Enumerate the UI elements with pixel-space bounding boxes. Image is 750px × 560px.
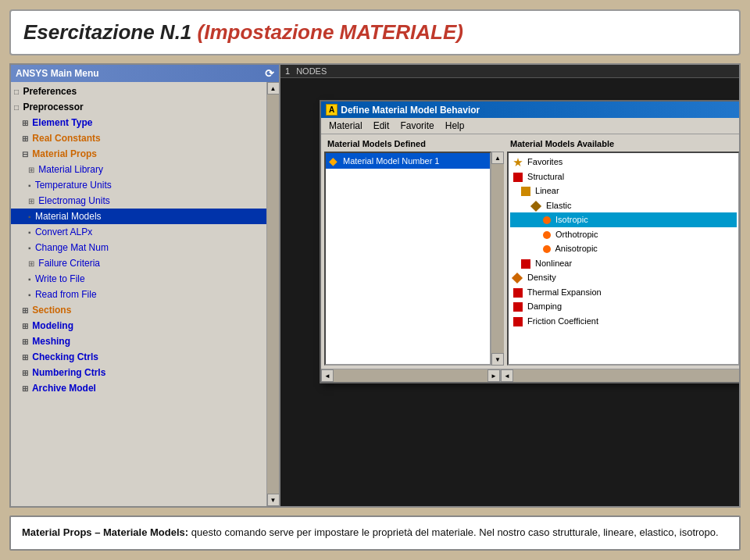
defined-vscrollbar[interactable]: ▲ ▼ — [491, 152, 504, 366]
defined-label: Material Models Defined — [324, 137, 504, 150]
title-bold: Esercitazione N.1 — [23, 20, 191, 44]
menu-item-change-mat-num[interactable]: ▪ Change Mat Num — [11, 240, 266, 255]
avail-item-isotropic[interactable]: Isotropic — [510, 212, 737, 227]
elastic-icon — [530, 201, 541, 212]
density-icon — [512, 273, 523, 284]
menu-item-real-constants[interactable]: ⊞ Real Constants — [11, 130, 266, 146]
scroll-down-button[interactable]: ▼ — [267, 494, 280, 506]
structural-icon — [513, 173, 523, 182]
viewport-number: 1 — [285, 66, 290, 76]
dialog-content: Material Models Defined ◆ Material Model… — [321, 134, 739, 369]
avail-item-structural[interactable]: Structural — [510, 169, 737, 184]
menu-item-archive-model[interactable]: ⊞ Archive Model — [11, 380, 266, 396]
avail-item-anisotropic[interactable]: Anisotropic — [510, 241, 737, 256]
dialog-hscrollbar-area: ◄ ► ◄ ► — [321, 369, 739, 382]
menu-item-meshing[interactable]: ⊞ Meshing — [11, 334, 266, 349]
menu-item-material-library[interactable]: ⊞ Material Library — [11, 162, 266, 177]
available-hscrollbar[interactable]: ◄ ► — [501, 369, 739, 382]
hscroll-track-1[interactable] — [334, 369, 488, 382]
title-paren: (Impostazione MATERIALE) — [198, 20, 463, 44]
menu-material[interactable]: Material — [324, 119, 367, 132]
menu-item-preprocessor[interactable]: □ Preprocessor — [11, 99, 266, 115]
nodes-label: NODES — [296, 66, 327, 76]
models-available: Material Models Available Favorites — [507, 137, 739, 366]
menu-item-electromag-units[interactable]: ⊞ Electromag Units — [11, 193, 266, 209]
thermal-icon — [513, 288, 523, 298]
defined-item-icon: ◆ — [329, 155, 338, 167]
avail-item-thermal-expansion[interactable]: Thermal Expansion — [510, 285, 737, 300]
menu-item-preferences[interactable]: □ Preferences — [11, 84, 266, 99]
avail-item-favorites[interactable]: Favorites — [510, 155, 737, 169]
defined-item-1[interactable]: ◆ Material Model Number 1 — [326, 153, 490, 169]
nonlinear-icon — [521, 259, 530, 269]
avail-item-damping[interactable]: Damping — [510, 299, 737, 314]
menu-item-material-props[interactable]: ⊟ Material Props — [11, 146, 266, 162]
avail-item-linear[interactable]: Linear — [510, 184, 737, 198]
anisotropic-icon — [543, 245, 551, 253]
menu-edit[interactable]: Edit — [369, 119, 395, 132]
scroll-track[interactable] — [267, 95, 280, 494]
friction-icon — [513, 317, 523, 326]
menu-item-failure-criteria[interactable]: ⊞ Failure Criteria — [11, 255, 266, 271]
avail-item-friction[interactable]: Friction Coefficient — [510, 314, 737, 329]
models-available-list: Favorites Structural — [507, 152, 739, 366]
ansys-menu-content: □ Preferences □ Preprocessor ⊞ Element T… — [11, 82, 266, 506]
title-box: Esercitazione N.1 (Impostazione MATERIAL… — [9, 9, 741, 55]
avail-item-elastic[interactable]: Elastic — [510, 198, 737, 213]
menu-item-write-to-file[interactable]: ▪ Write to File — [11, 271, 266, 287]
screenshot-area: ANSYS Main Menu ⟳ □ Preferences □ Prepro… — [9, 63, 741, 508]
scroll-up-button[interactable]: ▲ — [267, 82, 280, 95]
hscroll-right-1[interactable]: ► — [488, 369, 500, 382]
menu-item-element-type[interactable]: ⊞ Element Type — [11, 115, 266, 130]
menu-scrollbar[interactable]: ▲ ▼ — [266, 82, 279, 506]
ansys-menu-title: ANSYS Main Menu — [16, 68, 99, 79]
defined-item-label: Material Model Number 1 — [343, 156, 440, 166]
hscroll-left-1[interactable]: ◄ — [321, 369, 334, 382]
menu-item-read-from-file[interactable]: ▪ Read from File — [11, 287, 266, 302]
dialog-titlebar: A Define Material Model Behavior — [321, 102, 739, 118]
models-defined-list: ◆ Material Model Number 1 — [324, 152, 491, 366]
hscroll-track-2[interactable] — [513, 369, 739, 382]
defined-hscrollbar[interactable]: ◄ ► — [321, 369, 501, 382]
main-container: Esercitazione N.1 (Impostazione MATERIAL… — [0, 0, 750, 560]
avail-item-density[interactable]: Density — [510, 270, 737, 285]
menu-favorite[interactable]: Favorite — [395, 119, 438, 132]
description-text: questo comando serve per impostare le pr… — [188, 526, 719, 538]
menu-help[interactable]: Help — [441, 119, 470, 132]
defined-scroll-up[interactable]: ▲ — [491, 152, 504, 164]
hscroll-left-2[interactable]: ◄ — [501, 369, 513, 382]
menu-item-checking-ctrls[interactable]: ⊞ Checking Ctrls — [11, 349, 266, 365]
dialog-title: Define Material Model Behavior — [341, 105, 480, 116]
ansys-menu: ANSYS Main Menu ⟳ □ Preferences □ Prepro… — [11, 65, 280, 506]
description-bold: Material Props – Materiale Models: — [22, 526, 188, 538]
damping-icon — [513, 302, 523, 312]
defined-scroll-track[interactable] — [491, 164, 504, 353]
orthotropic-icon — [543, 231, 551, 239]
avail-item-nonlinear[interactable]: Nonlinear — [510, 256, 737, 271]
defined-scroll-down[interactable]: ▼ — [491, 353, 504, 366]
description-box: Material Props – Materiale Models: quest… — [9, 515, 741, 551]
right-panel: 1 NODES A Define Material Model Behavior… — [280, 65, 739, 506]
isotropic-icon — [543, 216, 551, 224]
menu-item-sections[interactable]: ⊞ Sections — [11, 302, 266, 318]
favorites-icon — [513, 158, 523, 167]
ansys-menu-header: ANSYS Main Menu ⟳ — [11, 65, 279, 82]
menu-item-modeling[interactable]: ⊞ Modeling — [11, 318, 266, 334]
menu-item-temperature-units[interactable]: ▪ Temperature Units — [11, 177, 266, 193]
avail-item-orthotropic[interactable]: Orthotropic — [510, 227, 737, 242]
menu-item-convert-alpx[interactable]: ▪ Convert ALPx — [11, 224, 266, 240]
ansys-dialog-icon: A — [326, 104, 338, 116]
material-dialog: A Define Material Model Behavior Materia… — [320, 100, 739, 383]
dialog-menubar: Material Edit Favorite Help — [321, 118, 739, 134]
menu-item-material-models[interactable]: ▪ Material Models — [11, 209, 266, 224]
available-label: Material Models Available — [507, 137, 739, 150]
menu-item-numbering-ctrls[interactable]: ⊞ Numbering Ctrls — [11, 365, 266, 380]
linear-icon — [521, 187, 530, 196]
scroll-icon: ⟳ — [265, 67, 274, 80]
models-defined: Material Models Defined ◆ Material Model… — [324, 137, 504, 366]
